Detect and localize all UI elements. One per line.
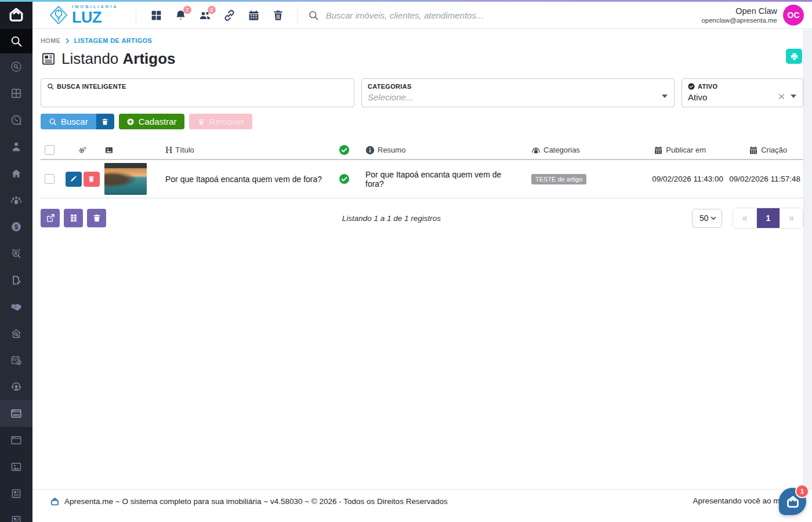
page-title-row: Listando Artigos [41,49,803,68]
sidebar-item-window-grid[interactable] [0,80,32,107]
info-icon [365,146,375,155]
newspaper-2-icon [10,514,22,522]
sidebar-item-home-search[interactable] [0,320,32,347]
sidebar-item-handshake[interactable] [0,293,32,320]
active-filter[interactable]: ATIVO Ativo [682,78,803,107]
spreadsheet-button[interactable] [64,209,83,227]
records-summary: Listando 1 a 1 de 1 registros [342,214,441,223]
categories-filter[interactable]: CATEGORIAS Selecione... [361,78,675,107]
clear-search-button[interactable] [96,114,114,129]
table-header: H Título Resumo Categorias [41,141,803,160]
print-button[interactable] [786,49,802,64]
publish-column-header[interactable]: Publicar em [600,146,724,155]
smart-search-input[interactable] [47,92,348,102]
pagination: « 1 » [733,208,803,229]
trash-icon [88,175,95,183]
sidebar-logo-button[interactable] [0,0,32,29]
sidebar-item-whatsapp[interactable] [0,107,32,133]
register-button[interactable]: Cadastrar [119,114,184,129]
row-checkbox[interactable] [45,174,55,184]
sidebar-item-people[interactable] [0,187,32,213]
created-column-header[interactable]: Criação [724,146,803,155]
chevron-down-icon [710,215,717,222]
articles-table: H Título Resumo Categorias [41,141,803,198]
sidebar: $www [0,0,32,522]
article-title: Por que Itapoá encanta quem vem de fora? [158,175,332,184]
trash-icon [197,118,205,126]
sidebar-item-dollar[interactable]: $ [0,213,32,240]
apresenta-logo-icon [50,496,60,506]
current-page-button[interactable]: 1 [756,208,780,228]
sidebar-item-search[interactable] [0,29,32,53]
search-button[interactable]: Buscar [41,114,96,129]
categories-column-header[interactable]: Categorias [517,146,600,155]
header-toolbar: 72 [150,9,284,21]
categories-placeholder: Selecione... [368,92,668,102]
sidebar-item-support[interactable] [0,374,32,400]
handshake-icon [10,301,22,313]
toolbar-users-button[interactable]: 2 [199,9,211,21]
toolbar-trash-button[interactable] [272,9,284,21]
user-name: Open Claw [701,6,777,16]
home-icon [10,168,22,179]
toolbar-calendar-button[interactable] [248,9,260,21]
people-icon [10,194,22,206]
bulk-delete-button[interactable] [87,209,106,227]
sidebar-item-browser[interactable] [0,427,32,454]
toolbar-apps-button[interactable] [150,9,162,21]
publish-date: 09/02/2026 11:43:00 [600,175,724,183]
sidebar-item-circle-search[interactable] [0,53,32,80]
prospect-search-icon [10,248,22,259]
next-page-button[interactable]: » [780,208,803,228]
brand-logo[interactable]: IMOBILIÁRIA LUZ [49,5,118,26]
article-thumbnail [104,163,147,195]
heading-icon: H [165,144,172,156]
category-badge: TESTE de artigo [531,174,586,184]
created-date: 09/02/2026 11:57:48 [724,175,803,183]
page-title: Listando Artigos [61,50,176,68]
sidebar-item-contract-edit[interactable] [0,267,32,293]
global-search-input[interactable] [326,10,702,20]
sidebar-item-newspaper-2[interactable] [0,507,32,522]
title-column-header[interactable]: H Título [158,144,332,156]
sidebar-item-person[interactable] [0,133,32,160]
scrollbar[interactable] [803,30,812,522]
footer-right-text: Apresentando você ao mu [693,496,784,505]
user-menu[interactable]: Open Claw openclaw@apresenta.me OC [701,5,804,26]
edit-button[interactable] [66,172,82,187]
page-size-select[interactable]: 50 [692,209,722,228]
toolbar-link-button[interactable] [223,9,235,21]
remove-button[interactable]: Remover [189,114,253,129]
toolbar-bell-button[interactable]: 7 [175,9,187,21]
sidebar-item-calendar-clock[interactable] [0,347,32,374]
prev-page-button[interactable]: « [733,208,756,228]
clear-filter-icon[interactable] [778,93,785,100]
sidebar-item-newspaper[interactable] [0,480,32,507]
lightbulb-icon [49,5,68,25]
delete-button[interactable] [84,172,100,187]
newspaper-icon [10,488,22,499]
breadcrumb: HOME LISTAGEM DE ARTIGOS [41,37,803,45]
dollar-icon: $ [10,221,22,233]
summary-column-header[interactable]: Resumo [356,146,517,155]
link-icon [223,9,235,21]
sidebar-item-home[interactable] [0,160,32,187]
actions-column-header [60,146,104,155]
table-controls: Listando 1 a 1 de 1 registros 50 « 1 » [41,208,803,228]
sidebar-item-prospect-search[interactable] [0,240,32,267]
sidebar-item-website[interactable]: www [0,400,32,427]
whatsapp-icon [10,114,22,126]
browser-icon [10,434,22,446]
status-column-header [332,144,356,155]
home-search-icon [10,328,22,339]
select-all-checkbox[interactable] [45,145,55,155]
website-icon: www [10,408,22,419]
categories-label: CATEGORIAS [368,83,668,90]
export-button[interactable] [41,209,60,227]
sidebar-item-image[interactable] [0,454,32,480]
apps-icon [150,9,162,21]
breadcrumb-home-link[interactable]: HOME [41,37,61,44]
article-summary: Por que Itapoá encanta quem vem de fora? [356,170,517,188]
calendar-icon [749,146,758,155]
chat-fab-button[interactable]: 1 [779,488,806,515]
